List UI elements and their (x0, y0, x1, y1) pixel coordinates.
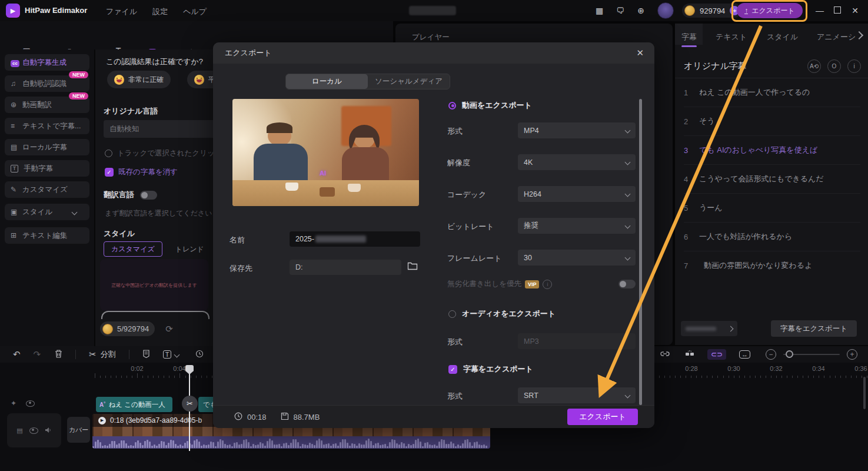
export-confirm-button[interactable]: エクスポート (567, 409, 638, 425)
translate-toggle[interactable] (140, 191, 157, 200)
menu-file[interactable]: ファイル (106, 6, 137, 17)
eye-icon[interactable] (29, 427, 38, 434)
split-cursor-icon[interactable]: ✂ (182, 396, 198, 412)
blurred-filename (315, 236, 366, 243)
tab-style-right[interactable]: スタイル (767, 32, 798, 42)
clip-label: 0:18 (3eb9d5a7-aa89-4d05-b (110, 416, 202, 424)
split-icon[interactable]: ✂ (89, 349, 97, 360)
manual-subtitle-icon: T (11, 165, 18, 173)
undo-icon[interactable]: ↶ (13, 349, 21, 360)
subtitle-row-selected[interactable]: 3でも AIのおしゃべり写真を使えば (684, 136, 860, 165)
subtitle-row[interactable]: 5うーん (684, 194, 860, 223)
text-tool-icon[interactable]: T (163, 350, 172, 359)
audio-format-label: 形式 (447, 337, 463, 347)
subtitle-sidebar: cc自動字幕生成 ♫自動歌詞認識NEW ⊕動画翻訳NEW ≡テキストで字幕...… (0, 49, 94, 346)
link-clips-icon[interactable] (660, 350, 670, 359)
rating-accurate-button[interactable]: 非常に正確 (107, 71, 171, 88)
style-tab-customize[interactable]: カスタマイズ (104, 241, 162, 257)
codec-select[interactable]: H264 (518, 186, 636, 202)
export-video-radio[interactable]: 動画をエクスポート (448, 100, 532, 111)
speaker-icon[interactable] (45, 426, 52, 435)
split-label[interactable]: 分割 (101, 349, 116, 360)
subtitle-row[interactable]: 6一人でも対話が作れるから (684, 223, 860, 251)
style-preview-text: 正確な中国語ビデオの翻訳を提供します (111, 282, 197, 288)
subtitle-row[interactable]: 7動画の雰囲気がかなり変わるよ (684, 251, 860, 280)
tab-social-media[interactable]: ソーシャルメディア (368, 77, 450, 87)
maximize-button[interactable] (829, 6, 846, 15)
tab-text-right[interactable]: テキスト (716, 32, 747, 42)
cover-button[interactable]: カバー (67, 417, 90, 443)
track-clip-radio[interactable]: トラックで選択されたクリップ (105, 148, 222, 158)
bitrate-select[interactable]: 推奨 (518, 218, 636, 234)
checkbox-icon: ✓ (105, 168, 114, 177)
redo-icon[interactable]: ↷ (34, 349, 41, 360)
zoom-in-icon[interactable]: + (847, 349, 857, 360)
download-icon[interactable]: ⊕ (637, 6, 644, 15)
sidebar-item-auto-subtitle[interactable]: cc自動字幕生成 (5, 54, 89, 71)
timer-icon[interactable] (195, 350, 204, 360)
export-subtitle-button[interactable]: 字幕をエクスポート (771, 320, 857, 337)
group-clips-icon[interactable] (685, 350, 694, 359)
name-input[interactable]: 2025- (290, 231, 420, 247)
delete-icon[interactable] (55, 350, 62, 360)
resolution-select[interactable]: 4K (518, 154, 636, 170)
style-preview-card[interactable]: 正確な中国語ビデオの翻訳を提供します (100, 259, 208, 311)
format-select[interactable]: MP4 (518, 122, 636, 138)
sidebar-item-lyrics-recognition[interactable]: ♫自動歌詞認識NEW (5, 75, 89, 92)
sidebar-item-text-edit[interactable]: ⊞テキスト編集 (5, 227, 89, 244)
minimize-button[interactable]: — (811, 6, 829, 15)
dialog-tab-group: ローカル ソーシャルメディア (285, 74, 450, 89)
letter-o-icon[interactable]: O (827, 59, 841, 73)
refresh-icon[interactable]: ⟳ (165, 324, 173, 334)
user-avatar[interactable] (657, 2, 674, 19)
app-window: ▶ HitPaw Edimakor ファイル 設定 ヘルプ ▦ 🗨 ⊕ 9297… (0, 0, 868, 471)
sidebar-item-text-to-subtitle[interactable]: ≡テキストで字幕... (5, 118, 89, 134)
credits-count: 929794 (700, 6, 725, 15)
sidebar-item-customize[interactable]: ✎カスタマイズ (5, 181, 89, 198)
zoom-out-icon[interactable]: − (766, 349, 776, 360)
sidebar-item-style[interactable]: ▣スタイル (5, 204, 89, 220)
sidebar-item-local-subtitle[interactable]: ▤ローカル字幕 (5, 139, 89, 155)
panel-tabs-chevron[interactable] (856, 31, 862, 40)
style-tab-trend[interactable]: トレンド (175, 244, 204, 254)
clear-subtitle-checkbox[interactable]: ✓既存の字幕を消す (105, 167, 178, 177)
marker-icon[interactable] (142, 350, 150, 360)
dialog-scrollbar[interactable] (639, 99, 642, 405)
subtitle-row[interactable]: 2そう (684, 107, 860, 136)
lossless-toggle[interactable] (618, 280, 636, 288)
subtitle-clip-1[interactable]: A˚ ねえ この動画一人 (96, 397, 172, 412)
auto-ripple-icon[interactable]: ⊂⊃ (707, 349, 726, 360)
blurred-label (686, 327, 716, 331)
sidebar-item-manual-subtitle[interactable]: T手動字幕 (5, 160, 89, 177)
language-switch-pill[interactable] (681, 321, 737, 336)
timeline-scrollbar[interactable] (863, 377, 866, 409)
tab-local[interactable]: ローカル (286, 74, 368, 89)
info-icon[interactable]: i (847, 59, 861, 73)
folder-icon[interactable] (407, 261, 418, 272)
subtitle-row[interactable]: 4こうやって会話形式にもできるんだ (684, 165, 860, 194)
zoom-slider[interactable] (783, 354, 840, 355)
export-subtitle-checkbox[interactable]: ✓ 字幕をエクスポート (448, 364, 533, 374)
subtitle-format-select[interactable]: SRT (518, 387, 636, 403)
tab-subtitles[interactable]: 字幕 (681, 32, 697, 42)
menu-help[interactable]: ヘルプ (183, 6, 207, 17)
sidebar-item-video-translate[interactable]: ⊕動画翻訳NEW (5, 97, 89, 113)
framerate-select[interactable]: 30 (518, 250, 636, 266)
fit-timeline-icon[interactable]: ↔ (739, 350, 750, 359)
export-audio-radio[interactable]: オーディオをエクスポート (448, 309, 556, 319)
auto-translate-icon[interactable]: A⟲ (807, 59, 821, 73)
resolution-label: 解像度 (447, 158, 470, 168)
layout-icon[interactable]: ▦ (596, 6, 603, 15)
film-icon[interactable]: ▤ (16, 427, 22, 434)
info-icon[interactable]: i (543, 280, 552, 289)
close-button[interactable]: ✕ (846, 6, 864, 15)
dialog-close-icon[interactable]: ✕ (636, 48, 644, 58)
feedback-icon[interactable]: 🗨 (616, 6, 624, 15)
path-input[interactable]: D: (290, 260, 401, 275)
menu-settings[interactable]: 設定 (152, 6, 168, 17)
tab-animation[interactable]: アニメーシ (817, 32, 856, 42)
ai-sparkle-icon[interactable]: ✦ (11, 399, 16, 407)
zoom-slider-knob[interactable] (786, 350, 793, 358)
subtitle-row[interactable]: 1ねえ この動画一人で作ってるの (684, 78, 860, 107)
eye-icon[interactable] (26, 400, 35, 407)
